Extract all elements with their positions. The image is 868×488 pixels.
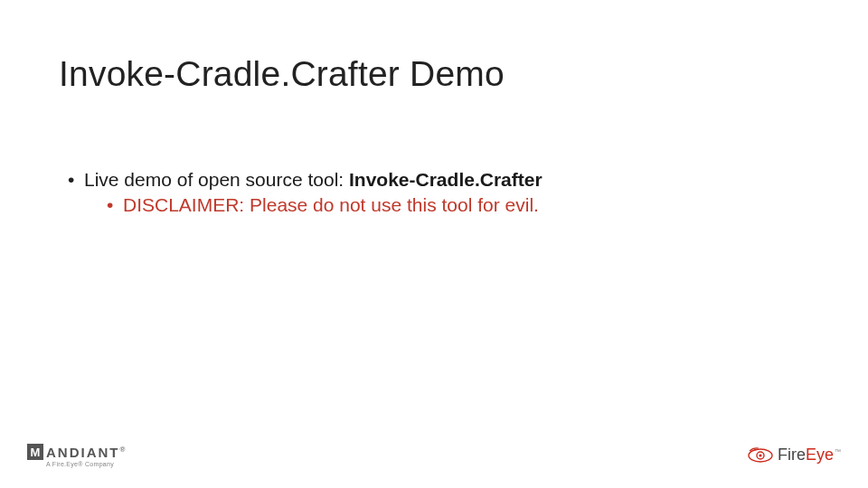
mandiant-logo-main: M ANDIANT® [27,444,127,460]
mandiant-m-icon: M [27,444,43,460]
footer: M ANDIANT® A Fire.Eye® Company FireEye™ [0,427,868,472]
bullet-level-1: Live demo of open source tool: Invoke-Cr… [68,167,542,219]
slide-body: Live demo of open source tool: Invoke-Cr… [68,167,542,222]
bullet-1-tool-name: Invoke-Cradle.Crafter [349,169,542,190]
registered-mark: ® [120,446,127,454]
slide: Invoke-Cradle.Crafter Demo Live demo of … [0,0,868,488]
bullet-1-text: Live demo of open source tool: [84,169,349,190]
fireeye-eye-icon [747,447,774,464]
mandiant-logo: M ANDIANT® A Fire.Eye® Company [27,444,127,467]
slide-title: Invoke-Cradle.Crafter Demo [59,54,505,94]
mandiant-subtext: A Fire.Eye® Company [46,461,127,467]
trademark-mark: ™ [835,448,841,455]
svg-point-2 [759,454,761,456]
bullet-level-2-disclaimer: DISCLAIMER: Please do not use this tool … [107,192,542,218]
fireeye-logo: FireEye™ [747,446,841,465]
fireeye-wordmark: FireEye™ [778,446,841,465]
mandiant-wordmark: ANDIANT® [46,445,127,460]
